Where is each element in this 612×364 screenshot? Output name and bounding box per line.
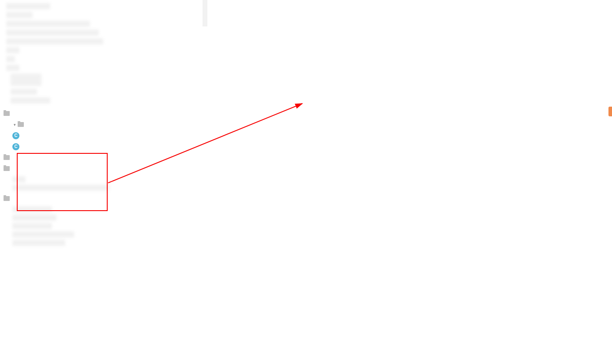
class-icon: C xyxy=(12,143,19,150)
editor-marker xyxy=(608,107,612,116)
folder-icon xyxy=(4,155,10,160)
sidebar-scrollbar[interactable] xyxy=(203,0,207,26)
folder-enums[interactable] xyxy=(0,152,207,163)
folder-gen[interactable]: ▾ xyxy=(0,119,207,130)
folder-impl[interactable] xyxy=(0,163,207,174)
chevron-down-icon: ▾ xyxy=(12,123,17,127)
class-icon: C xyxy=(12,132,19,139)
fold-column[interactable] xyxy=(232,0,245,364)
line-gutter xyxy=(207,0,232,364)
folder-icon xyxy=(4,196,10,201)
file-countryendpoint[interactable]: C xyxy=(0,130,207,141)
folder-icon xyxy=(18,122,24,127)
folder-xml[interactable] xyxy=(0,193,207,204)
file-webserviceconfig[interactable]: C xyxy=(0,141,207,152)
code-editor[interactable] xyxy=(207,0,612,364)
folder-endpoint[interactable] xyxy=(0,108,207,119)
folder-icon xyxy=(4,166,10,171)
code-area[interactable] xyxy=(245,0,612,364)
folder-icon xyxy=(4,111,10,116)
project-tree-panel[interactable]: ▾ C C xyxy=(0,0,207,364)
